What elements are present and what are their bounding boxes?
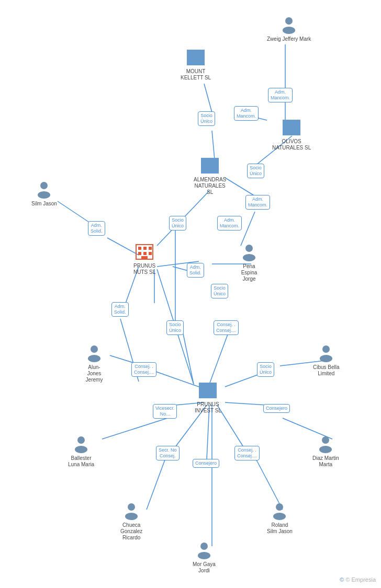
svg-point-75 bbox=[88, 355, 100, 362]
badge-consejero-2[interactable]: Consejero bbox=[193, 459, 219, 468]
node-label-silm-jason: Silm Jason bbox=[31, 201, 57, 207]
svg-point-88 bbox=[322, 436, 329, 444]
badge-socio-unico-1[interactable]: SocioÚnico bbox=[198, 111, 215, 126]
watermark-copyright: © bbox=[340, 577, 344, 583]
building-icon-almendras bbox=[199, 154, 220, 175]
node-mount-kellett: MOUNTKELLETT SL bbox=[181, 46, 211, 81]
badge-socio-unico-5[interactable]: SocioÚnico bbox=[166, 320, 184, 335]
node-label-ballester: BallesterLuna Maria bbox=[68, 455, 94, 468]
node-roland: RolandSilm Jason bbox=[267, 502, 293, 535]
node-prunus-nuts: PRUNUSNUTS SL bbox=[133, 240, 155, 275]
svg-rect-68 bbox=[138, 252, 141, 255]
badge-adm-solid-2[interactable]: Adm.Solid. bbox=[187, 263, 204, 278]
badge-secr-no[interactable]: Secr. NoConsej. bbox=[156, 446, 180, 460]
svg-rect-48 bbox=[290, 122, 294, 125]
svg-rect-65 bbox=[138, 247, 141, 250]
badge-consej-3[interactable]: Consej. .Consej.... bbox=[234, 446, 260, 460]
svg-rect-69 bbox=[143, 252, 147, 255]
node-cibus: Cibus BellaLimited bbox=[313, 344, 340, 377]
svg-rect-57 bbox=[214, 160, 217, 164]
node-label-mor-gaya: Mor GayaJordi bbox=[193, 561, 216, 574]
person-icon bbox=[279, 16, 298, 34]
svg-line-7 bbox=[241, 212, 255, 246]
svg-rect-81 bbox=[212, 385, 215, 388]
svg-point-77 bbox=[320, 355, 332, 362]
watermark-text: © Empresia bbox=[345, 577, 376, 583]
node-silm-jason: Silm Jason bbox=[31, 180, 57, 207]
building-icon-olivos bbox=[281, 116, 302, 137]
badge-consejero-1[interactable]: Consejero bbox=[263, 404, 290, 413]
svg-rect-85 bbox=[205, 395, 211, 398]
svg-point-90 bbox=[128, 503, 135, 511]
node-label-olivos: OLIVOSNATURALES SL bbox=[272, 139, 311, 151]
svg-rect-47 bbox=[285, 122, 288, 125]
svg-rect-43 bbox=[195, 57, 198, 61]
node-mor-gaya: Mor GayaJordi bbox=[193, 541, 216, 574]
node-label-prunus-invest: PRUNUSINVEST SL bbox=[195, 401, 221, 414]
svg-rect-52 bbox=[296, 128, 299, 131]
badge-socio-unico-olivos[interactable]: SocioÚnico bbox=[247, 164, 264, 178]
node-label-cibus: Cibus BellaLimited bbox=[313, 364, 340, 377]
svg-line-18 bbox=[110, 355, 135, 363]
node-label-roland: RolandSilm Jason bbox=[267, 522, 293, 535]
svg-point-95 bbox=[198, 552, 210, 559]
svg-rect-44 bbox=[200, 57, 203, 61]
svg-rect-55 bbox=[204, 160, 207, 164]
building-icon-prunus-invest bbox=[197, 379, 218, 400]
svg-line-24 bbox=[225, 402, 267, 405]
badge-socio-unico-3[interactable]: SocioÚnico bbox=[169, 216, 186, 230]
badge-adm-mancom-3[interactable]: Adm.Mancom. bbox=[245, 195, 270, 210]
svg-line-21 bbox=[225, 374, 261, 387]
svg-point-92 bbox=[276, 503, 283, 511]
badge-socio-unico-6[interactable]: SocioÚnico bbox=[257, 362, 274, 377]
node-label-alun-jones: Alun-JonesJeremy bbox=[86, 364, 103, 383]
node-alun-jones: Alun-JonesJeremy bbox=[85, 344, 104, 383]
person-icon-silm bbox=[35, 180, 53, 199]
svg-point-62 bbox=[40, 182, 48, 189]
person-icon-pena bbox=[240, 243, 259, 262]
svg-point-36 bbox=[285, 17, 293, 25]
svg-point-94 bbox=[200, 543, 208, 550]
badge-adm-mancom-1[interactable]: Adm.Mancom. bbox=[268, 88, 293, 102]
svg-rect-83 bbox=[207, 390, 210, 394]
svg-rect-53 bbox=[288, 132, 295, 135]
badge-socio-unico-4[interactable]: SocioÚnico bbox=[211, 284, 228, 298]
svg-rect-67 bbox=[149, 247, 152, 250]
node-label-almendras: ALMENDRASNATURALESSL bbox=[194, 177, 226, 195]
badge-consej-2[interactable]: Consej. .Consej.... bbox=[131, 362, 156, 377]
node-prunus-invest: PRUNUSINVEST SL bbox=[195, 379, 221, 414]
svg-line-29 bbox=[147, 460, 165, 510]
badge-consej-1[interactable]: Consej. .Consej.... bbox=[214, 320, 239, 335]
building-icon-prunus-nuts bbox=[134, 240, 155, 261]
svg-line-6 bbox=[225, 178, 255, 196]
person-icon-chueca bbox=[122, 502, 141, 521]
svg-point-89 bbox=[319, 446, 332, 453]
node-label-chueca: ChuecaGonzalezRicardo bbox=[120, 522, 142, 541]
person-icon-ballester bbox=[72, 435, 91, 454]
badge-vicesecr[interactable]: Vicesecr.No... bbox=[153, 404, 177, 419]
svg-line-19 bbox=[154, 371, 199, 387]
svg-point-76 bbox=[322, 345, 330, 353]
node-pena: PenaEspinaJorge bbox=[240, 243, 259, 282]
svg-rect-82 bbox=[201, 390, 205, 394]
svg-rect-51 bbox=[290, 128, 294, 131]
svg-point-93 bbox=[273, 513, 286, 520]
badge-adm-mancom-almendras[interactable]: Adm.Mancom. bbox=[217, 216, 242, 230]
svg-point-87 bbox=[75, 446, 87, 453]
svg-point-63 bbox=[38, 191, 50, 199]
svg-rect-58 bbox=[204, 166, 207, 169]
badge-adm-solid-1[interactable]: Adm.Solid. bbox=[88, 221, 105, 236]
person-icon-diaz bbox=[316, 435, 335, 454]
badge-adm-mancom-2[interactable]: Adm.Mancom. bbox=[234, 106, 259, 121]
svg-point-91 bbox=[125, 513, 138, 520]
watermark: © © Empresia bbox=[340, 577, 376, 583]
svg-rect-60 bbox=[214, 166, 217, 169]
svg-rect-50 bbox=[285, 128, 288, 131]
badge-adm-solid-3[interactable]: Adm.Solid. bbox=[111, 302, 129, 317]
person-icon-roland bbox=[270, 502, 289, 521]
person-icon-mor-gaya bbox=[195, 541, 214, 560]
node-label-zweig: Zweig Jeffery Mark bbox=[267, 36, 311, 42]
svg-point-72 bbox=[245, 245, 253, 252]
person-icon-alun bbox=[85, 344, 104, 363]
svg-rect-79 bbox=[201, 385, 205, 388]
